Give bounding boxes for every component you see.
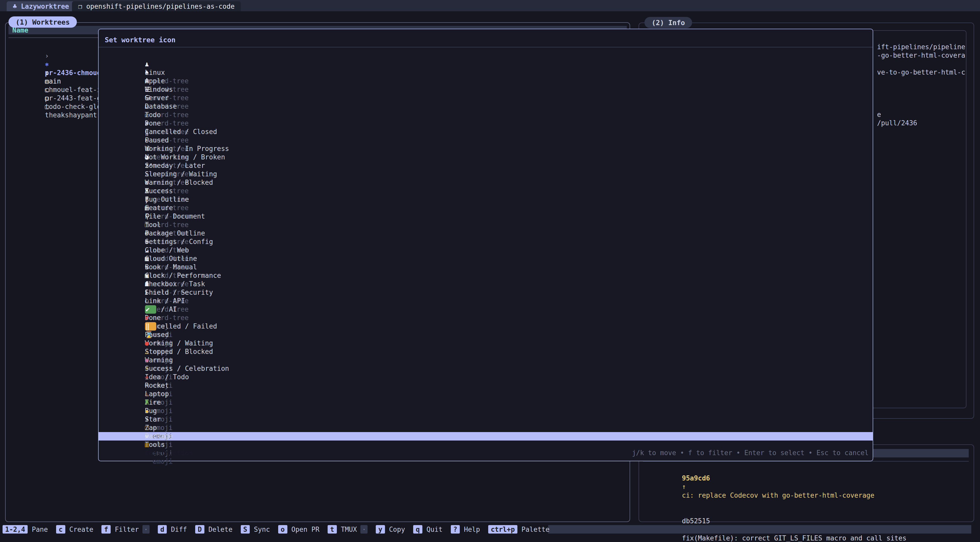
shortcut-key: ctrl+p	[488, 525, 517, 534]
icon-option-row[interactable]: ✔ Done emoji	[99, 297, 873, 305]
info-panel-tab[interactable]: (2) Info	[644, 17, 692, 28]
shortcut-item[interactable]: o Open PR	[278, 525, 320, 534]
option-icon: ☁	[145, 246, 156, 255]
icon-option-row[interactable]: ★ Star emoji	[99, 398, 873, 407]
option-icon: ❉	[145, 356, 156, 364]
option-icon: ⚠	[145, 348, 156, 356]
icon-option-row[interactable]: ♨ Fire emoji	[99, 381, 873, 390]
option-icon: ✎	[145, 263, 156, 271]
statusbar-filler	[548, 525, 971, 534]
icon-option-row[interactable]: ☰ Server nerd-tree	[99, 77, 873, 85]
shortcut-label: Diff	[171, 526, 187, 533]
option-icon: ‖	[145, 322, 156, 331]
selection-chevron-icon: ›	[45, 52, 52, 60]
shortcut-key: S	[241, 525, 250, 534]
icon-option-row[interactable]: ✎ Clock / Performance nerd-tree	[99, 255, 873, 263]
modal-title: Set worktree icon	[105, 36, 175, 44]
shortcut-item[interactable]: q Quit	[413, 525, 442, 534]
shortcut-item[interactable]: D Delete	[195, 525, 232, 534]
icon-option-row[interactable]: ❉ Success / Celebration emoji	[99, 348, 873, 356]
commit-hash: db52515	[682, 517, 720, 526]
icon-option-row[interactable]: ❒ Package emoji	[99, 415, 873, 424]
icon-option-row[interactable]: ⚒ Tools emoji	[99, 424, 873, 432]
option-label: Clock / Performance	[145, 272, 221, 279]
icon-option-row[interactable]: Ж Bug emoji	[99, 390, 873, 398]
icon-option-row[interactable]: ▣ Checkbox / Task nerd-tree	[99, 263, 873, 271]
shortcut-item[interactable]: t TMUX ·	[328, 525, 368, 534]
icon-option-row[interactable]: ⛁ Database nerd-tree	[99, 85, 873, 94]
repo-tab[interactable]: ❐ openshift-pipelines/pipelines-as-code	[72, 1, 241, 11]
option-icon: ⚒	[145, 432, 156, 440]
icon-option-row[interactable]: ‖ Paused emoji	[99, 314, 873, 322]
icon-option-row[interactable]: ☁ Cloud Outline nerd-tree	[99, 238, 873, 246]
shortcut-label: Help	[464, 526, 480, 533]
icon-option-row[interactable]: ● Stopped / Blocked emoji	[99, 331, 873, 339]
worktrees-panel-tab[interactable]: (1) Worktrees	[8, 16, 77, 28]
option-icon: Ж	[145, 187, 156, 195]
shortcut-item[interactable]: c Create	[56, 525, 94, 534]
option-icon: zᶻ	[145, 161, 156, 170]
option-icon: ⛁	[145, 94, 156, 102]
shortcut-item[interactable]: 1-2,4 Pane	[3, 525, 48, 534]
commit-row[interactable]: 95a9cd6 ↑ ci: replace Codecov with go-be…	[650, 465, 926, 509]
icon-option-row[interactable]: ▦ Book / Manual nerd-tree	[99, 246, 873, 255]
icon-option-row[interactable]: ℹ Link / API nerd-tree	[99, 280, 873, 288]
icon-option-row[interactable]: ❒ Package Outline nerd-tree	[99, 212, 873, 221]
icon-option-row[interactable]: ‖ Paused nerd-tree	[99, 119, 873, 128]
icon-option-row[interactable]: ♠ Apple nerd-tree	[99, 60, 873, 69]
shortcut-item[interactable]: S Sync	[241, 525, 270, 534]
option-icon: ❒	[145, 221, 156, 229]
icon-option-row[interactable]: ✘ Cancelled / Failed emoji	[99, 305, 873, 314]
icon-option-row[interactable]: ☑ Todo nerd-tree	[99, 94, 873, 102]
option-icon: ①	[145, 145, 156, 153]
commit-hash: 95a9cd6	[682, 474, 720, 483]
info-text-fragment: ift-pipelines/pipeline	[877, 43, 965, 51]
commit-message: ci: replace Codecov with go-better-html-…	[682, 491, 874, 499]
icon-option-row[interactable]: ⚠ Warning emoji	[99, 339, 873, 348]
option-icon: ●	[145, 339, 156, 348]
option-icon: ⊙	[145, 179, 156, 187]
icon-option-row[interactable]: ⚠ Warning / Blocked nerd-tree	[99, 161, 873, 170]
lazyworktree-app: ♣ Lazyworktree ❐ openshift-pipelines/pip…	[0, 0, 980, 542]
icon-option-row[interactable]: ① Not Working / Broken nerd-tree	[99, 136, 873, 145]
option-icon: ƒ	[145, 195, 156, 204]
shortcut-item[interactable]: ? Help	[451, 525, 480, 534]
app-tab-label: Lazyworktree	[21, 3, 69, 10]
shortcut-item[interactable]: y Copy	[376, 525, 405, 534]
info-pr-link-fragment: /pull/2436	[877, 119, 917, 128]
option-icon: ♟	[145, 60, 156, 69]
icon-option-row[interactable]: ⚙ Settings / Config nerd-tree	[99, 221, 873, 229]
info-text-fragment: ve-to-go-better-html-c	[877, 68, 965, 77]
shortcut-key: y	[376, 525, 385, 534]
shortcut-key: f	[102, 525, 111, 534]
option-icon: ⚠	[145, 170, 156, 179]
icon-option-row[interactable]: ♟ Linux nerd-tree	[99, 51, 873, 60]
icon-option-row[interactable]: ⚲ Tool nerd-tree	[99, 204, 873, 212]
option-icon: ☰	[145, 85, 156, 94]
icon-option-row[interactable]: ☑ Done nerd-tree	[99, 102, 873, 111]
icon-option-row[interactable]: ⌨ Laptop emoji	[99, 373, 873, 381]
option-icon: ⚡	[145, 415, 156, 424]
shortcut-label: Create	[69, 526, 94, 533]
option-icon: ⚙	[145, 229, 156, 238]
icon-option-row[interactable]: Ж Bug Outline nerd-tree	[99, 179, 873, 187]
repo-icon: ❐	[78, 3, 82, 10]
icon-option-row[interactable]: ⚡ Zap emoji	[99, 407, 873, 415]
icon-option-row[interactable]: ☼ Idea / Todo emoji	[99, 356, 873, 364]
icon-option-row[interactable]: ⊞ Windows nerd-tree	[99, 69, 873, 77]
option-icon: ⚲	[145, 212, 156, 221]
icon-option-row[interactable]: ✗ Cancelled / Closed nerd-tree	[99, 111, 873, 119]
icon-option-row[interactable]: ƒ Feature nerd-tree	[99, 187, 873, 195]
icon-option-row[interactable]: ⊕ Globe / Web nerd-tree	[99, 229, 873, 238]
icon-option-row[interactable]: ▧ Construction emoji	[99, 432, 873, 440]
option-icon: ✗	[145, 119, 156, 128]
icon-option-row[interactable]: ▤ File / Document nerd-tree	[99, 195, 873, 204]
icon-option-row[interactable]: ⚇ Bot / AI nerd-tree	[99, 288, 873, 297]
shortcut-item[interactable]: f Filter ·	[102, 525, 150, 534]
shortcut-label: Open PR	[291, 526, 320, 533]
shortcut-item[interactable]: d Diff	[158, 525, 187, 534]
shortcut-item[interactable]: ctrl+p Palette	[488, 525, 550, 534]
option-icon: ‖	[145, 128, 156, 136]
shortcut-label: Sync	[254, 526, 270, 533]
app-tab[interactable]: ♣ Lazyworktree	[7, 1, 75, 11]
